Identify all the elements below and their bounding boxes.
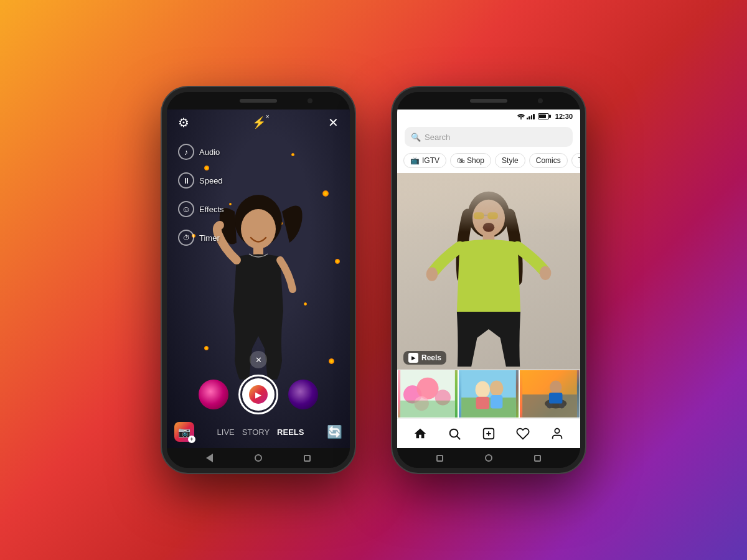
tv-movies-tab[interactable]: TV & Movies	[571, 153, 580, 168]
flash-icon: ⚡	[252, 116, 266, 129]
recents-button-right[interactable]	[436, 455, 443, 462]
explore-screen: 12:30 🔍 Search 📺 IGTV 🛍 Shop	[397, 110, 580, 448]
igtv-tab[interactable]: 📺 IGTV	[403, 153, 446, 168]
svg-line-33	[457, 436, 460, 439]
add-icon	[482, 427, 496, 441]
status-time: 12:30	[555, 113, 573, 120]
reels-shutter-icon: ▶	[249, 385, 268, 404]
effects-menu-item[interactable]: ☺ Effects	[178, 201, 224, 217]
settings-icon[interactable]: ⚙	[178, 116, 189, 129]
shop-label: Shop	[467, 156, 484, 165]
main-video-area: Reels	[397, 173, 580, 370]
comics-label: Comics	[536, 156, 561, 165]
video-bg	[397, 173, 580, 370]
green-person-svg	[420, 173, 557, 370]
search-placeholder-text: Search	[425, 133, 450, 142]
svg-point-30	[550, 381, 561, 394]
wifi-icon	[517, 113, 525, 119]
search-area: 🔍 Search	[397, 123, 580, 151]
dismiss-icon[interactable]: ✕	[250, 351, 267, 368]
svg-point-9	[483, 223, 495, 232]
svg-point-32	[450, 429, 458, 437]
svg-rect-7	[487, 212, 498, 219]
recents-button[interactable]	[304, 455, 311, 462]
thumbnail-strip	[397, 370, 580, 418]
instagram-logo-small[interactable]: 📷 +	[174, 422, 194, 442]
sparkle-3	[322, 190, 329, 197]
svg-point-37	[555, 428, 559, 432]
flash-off-icon: ×	[266, 113, 270, 120]
heart-nav-icon[interactable]	[512, 422, 534, 445]
filter-purple[interactable]	[288, 380, 318, 409]
speaker-right	[470, 99, 507, 103]
svg-point-23	[490, 381, 503, 396]
thumbnail-flowers[interactable]	[397, 370, 458, 418]
speed-menu-item[interactable]: ⏸ Speed	[178, 172, 224, 189]
close-small-area: ✕	[167, 351, 350, 368]
right-phone: 12:30 🔍 Search 📺 IGTV 🛍 Shop	[392, 87, 585, 473]
search-input[interactable]: 🔍 Search	[405, 127, 573, 147]
camera-side-menu: ♪ Audio ⏸ Speed ☺ Effects ⏱ Timer	[178, 144, 224, 246]
add-badge: +	[188, 436, 195, 443]
search-nav-icon[interactable]	[443, 422, 466, 445]
svg-point-1	[241, 209, 276, 249]
tv-movies-label: TV & Movies	[578, 156, 580, 165]
effects-label: Effects	[199, 205, 224, 214]
igtv-label: IGTV	[422, 156, 439, 165]
svg-rect-22	[476, 397, 489, 409]
mode-live[interactable]: LIVE	[217, 427, 235, 437]
bottom-navigation	[397, 418, 580, 448]
flip-camera-icon[interactable]: 🔄	[327, 424, 342, 439]
flash-control[interactable]: ⚡ ×	[252, 116, 266, 129]
mode-reels[interactable]: REELS	[277, 427, 304, 437]
battery-icon	[538, 113, 549, 119]
home-icon	[413, 427, 427, 441]
shop-icon: 🛍	[457, 156, 464, 165]
back-button[interactable]	[206, 454, 213, 462]
igtv-icon: 📺	[410, 156, 420, 165]
svg-point-12	[540, 266, 552, 280]
camera-top-controls: ⚙ ⚡ × ✕	[167, 116, 350, 129]
mode-selection-row: 📷 + LIVE STORY REELS 🔄	[167, 422, 350, 442]
profile-nav-icon[interactable]	[546, 422, 568, 445]
profile-icon	[550, 427, 564, 441]
back-button-right[interactable]	[534, 455, 541, 462]
speed-label: Speed	[199, 176, 223, 185]
shutter-button[interactable]: ▶	[238, 375, 278, 414]
left-phone: ⚙ ⚡ × ✕ ♪ Audio ⏸ Speed ☺ E	[162, 87, 355, 473]
audio-menu-item[interactable]: ♪ Audio	[178, 144, 224, 160]
home-button-right[interactable]	[485, 454, 492, 462]
status-icons	[517, 113, 549, 119]
search-nav-svg	[448, 427, 461, 441]
mode-story[interactable]: STORY	[242, 427, 270, 437]
mode-tabs: LIVE STORY REELS	[217, 427, 304, 437]
add-nav-icon[interactable]	[477, 422, 500, 445]
timer-icon: ⏱	[178, 230, 194, 246]
effects-icon: ☺	[178, 201, 194, 217]
close-camera-icon[interactable]: ✕	[328, 116, 339, 129]
filter-pink[interactable]	[199, 380, 228, 409]
search-icon: 🔍	[411, 133, 421, 142]
thumbnail-skate[interactable]	[519, 370, 580, 418]
left-phone-screen: ⚙ ⚡ × ✕ ♪ Audio ⏸ Speed ☺ E	[167, 110, 350, 448]
svg-point-21	[476, 381, 490, 398]
front-camera-right	[538, 98, 543, 103]
battery-fill	[539, 114, 546, 118]
timer-menu-item[interactable]: ⏱ Timer	[178, 230, 224, 246]
svg-rect-6	[474, 212, 484, 219]
battery-nub	[549, 115, 551, 118]
shop-tab[interactable]: 🛍 Shop	[450, 153, 491, 168]
right-phone-bottom-bar	[397, 448, 580, 468]
reels-text: Reels	[421, 353, 441, 362]
timer-label: Timer	[199, 233, 220, 243]
style-tab[interactable]: Style	[495, 153, 525, 168]
comics-tab[interactable]: Comics	[529, 153, 568, 168]
front-camera	[308, 98, 312, 103]
thumbnail-couple[interactable]	[458, 370, 519, 418]
home-button[interactable]	[255, 454, 262, 462]
home-nav-icon[interactable]	[409, 422, 431, 445]
reels-camera-screen: ⚙ ⚡ × ✕ ♪ Audio ⏸ Speed ☺ E	[167, 110, 350, 448]
audio-icon: ♪	[178, 144, 194, 160]
left-phone-top-bar	[167, 92, 350, 110]
speaker	[240, 99, 277, 103]
